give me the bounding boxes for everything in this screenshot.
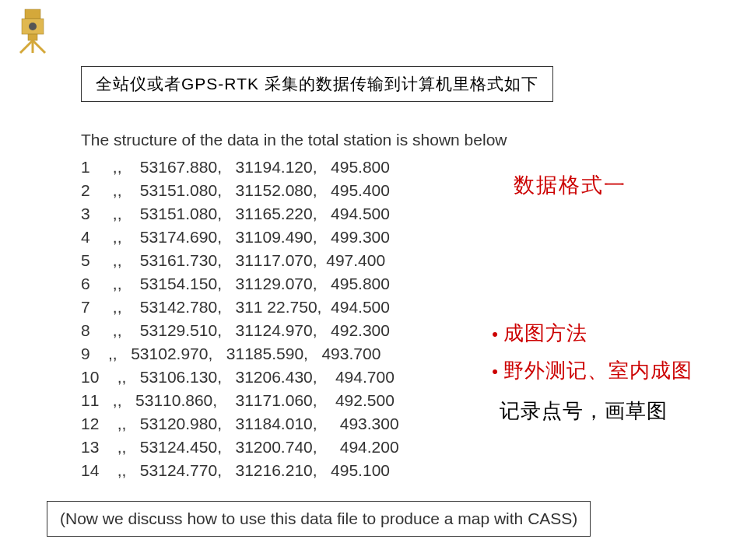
footer-caption: (Now we discuss how to use this data fil… [47,501,591,537]
method-title-line: •成图方法 [492,315,693,352]
svg-line-4 [20,40,33,53]
method-block: •成图方法 •野外测记、室内成图 记录点号，画草图 [492,315,693,429]
method-title: 成图方法 [503,321,587,345]
svg-line-5 [33,40,45,53]
method-note: 记录点号，画草图 [500,393,693,429]
method-sub: 野外测记、室内成图 [503,359,693,382]
data-intro-text: The structure of the data in the total s… [81,131,507,149]
method-sub-line: •野外测记、室内成图 [492,352,693,390]
svg-rect-0 [25,9,40,19]
svg-rect-3 [28,34,37,40]
header-caption: 全站仪或者GPS-RTK 采集的数据传输到计算机里格式如下 [81,66,553,102]
format-label: 数据格式一 [514,171,626,199]
total-station-icon [14,8,53,54]
data-rows-block: 1 ,, 53167.880, 31194.120, 495.800 2 ,, … [81,156,399,482]
svg-point-2 [29,23,37,30]
